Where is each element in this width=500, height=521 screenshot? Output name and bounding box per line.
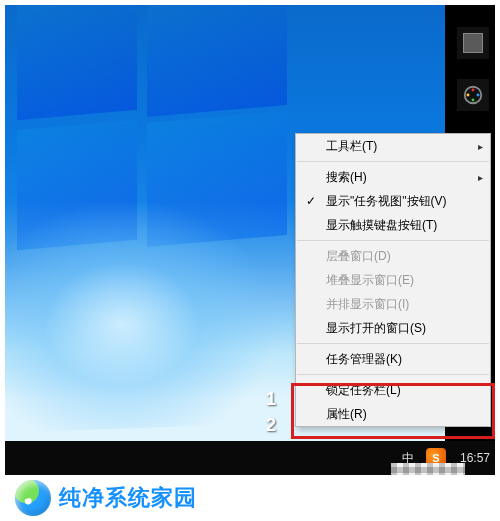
menu-lock-taskbar[interactable]: 锁定任务栏(L): [296, 378, 490, 402]
menu-separator: [297, 240, 489, 241]
menu-separator: [297, 161, 489, 162]
menu-item-label: 任务管理器(K): [326, 351, 402, 368]
tray-app-icon[interactable]: [457, 27, 489, 59]
svg-point-4: [466, 94, 469, 97]
watermark-logo-icon: [15, 480, 51, 516]
menu-toolbars[interactable]: 工具栏(T): [296, 134, 490, 158]
menu-item-label: 层叠窗口(D): [326, 248, 391, 265]
menu-task-manager[interactable]: 任务管理器(K): [296, 347, 490, 371]
svg-point-2: [477, 94, 480, 97]
menu-item-label: 属性(R): [326, 406, 367, 423]
watermark-text: 纯净系统家园: [59, 483, 197, 513]
menu-item-label: 显示打开的窗口(S): [326, 320, 426, 337]
menu-separator: [297, 374, 489, 375]
menu-side-by-side[interactable]: 并排显示窗口(I): [296, 292, 490, 316]
svg-point-1: [472, 88, 475, 91]
annotation-number-2: 2: [266, 415, 276, 436]
menu-item-label: 显示触摸键盘按钮(T): [326, 217, 437, 234]
menu-item-label: 工具栏(T): [326, 138, 377, 155]
menu-item-label: 搜索(H): [326, 169, 367, 186]
menu-show-open-windows[interactable]: 显示打开的窗口(S): [296, 316, 490, 340]
menu-show-touch-keyboard[interactable]: 显示触摸键盘按钮(T): [296, 213, 490, 237]
taskbar-context-menu: 工具栏(T) 搜索(H) 显示"任务视图"按钮(V) 显示触摸键盘按钮(T) 层…: [295, 133, 491, 427]
annotation-number-1: 1: [266, 389, 276, 410]
menu-stack-windows[interactable]: 堆叠显示窗口(E): [296, 268, 490, 292]
menu-item-label: 并排显示窗口(I): [326, 296, 409, 313]
svg-point-3: [472, 99, 475, 102]
menu-show-taskview[interactable]: 显示"任务视图"按钮(V): [296, 189, 490, 213]
watermark-footer: 纯净系统家园: [5, 475, 495, 516]
menu-item-label: 显示"任务视图"按钮(V): [326, 193, 447, 210]
menu-item-label: 锁定任务栏(L): [326, 382, 401, 399]
menu-search[interactable]: 搜索(H): [296, 165, 490, 189]
menu-item-label: 堆叠显示窗口(E): [326, 272, 414, 289]
tray-color-icon[interactable]: [457, 79, 489, 111]
menu-properties[interactable]: 属性(R): [296, 402, 490, 426]
menu-separator: [297, 343, 489, 344]
menu-cascade-windows[interactable]: 层叠窗口(D): [296, 244, 490, 268]
